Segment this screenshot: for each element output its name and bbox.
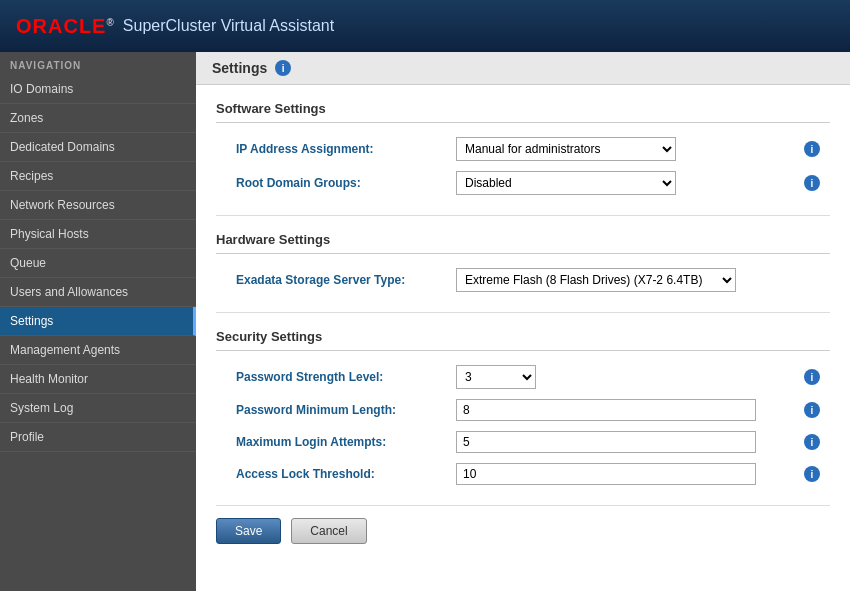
sidebar-item-health-monitor[interactable]: Health Monitor — [0, 365, 196, 394]
root-domain-groups-control: Disabled — [456, 171, 796, 195]
max-login-attempts-row: Maximum Login Attempts: i — [216, 431, 830, 453]
sidebar-item-profile[interactable]: Profile — [0, 423, 196, 452]
app-header: ORACLE® SuperCluster Virtual Assistant — [0, 0, 850, 52]
security-settings-section: Security Settings Password Strength Leve… — [216, 329, 830, 485]
access-lock-threshold-info-icon[interactable]: i — [804, 466, 820, 482]
sidebar-item-settings[interactable]: Settings — [0, 307, 196, 336]
ip-assignment-row: IP Address Assignment: Manual for admini… — [216, 137, 830, 161]
software-hardware-divider — [216, 215, 830, 216]
exadata-storage-row: Exadata Storage Server Type: Extreme Fla… — [216, 268, 830, 292]
root-domain-groups-label: Root Domain Groups: — [236, 176, 456, 190]
password-strength-select[interactable]: 3 — [456, 365, 536, 389]
sidebar-item-system-log[interactable]: System Log — [0, 394, 196, 423]
sidebar-item-queue[interactable]: Queue — [0, 249, 196, 278]
app-title: SuperCluster Virtual Assistant — [123, 17, 334, 35]
ip-assignment-label: IP Address Assignment: — [236, 142, 456, 156]
root-domain-groups-info-icon[interactable]: i — [804, 175, 820, 191]
max-login-attempts-label: Maximum Login Attempts: — [236, 435, 456, 449]
password-strength-label: Password Strength Level: — [236, 370, 456, 384]
sidebar-item-physical-hosts[interactable]: Physical Hosts — [0, 220, 196, 249]
sidebar: NAVIGATION IO Domains Zones Dedicated Do… — [0, 52, 196, 591]
form-button-row: Save Cancel — [216, 505, 830, 544]
save-button[interactable]: Save — [216, 518, 281, 544]
password-min-length-info-icon[interactable]: i — [804, 402, 820, 418]
ip-assignment-control: Manual for administrators — [456, 137, 796, 161]
security-settings-title: Security Settings — [216, 329, 830, 351]
sidebar-item-recipes[interactable]: Recipes — [0, 162, 196, 191]
settings-header-bar: Settings i — [196, 52, 850, 85]
oracle-logo: ORACLE® — [16, 15, 115, 38]
password-min-length-control — [456, 399, 796, 421]
ip-assignment-info-icon[interactable]: i — [804, 141, 820, 157]
password-strength-row: Password Strength Level: 3 i — [216, 365, 830, 389]
sidebar-item-network-resources[interactable]: Network Resources — [0, 191, 196, 220]
access-lock-threshold-label: Access Lock Threshold: — [236, 467, 456, 481]
access-lock-threshold-input[interactable] — [456, 463, 756, 485]
sidebar-item-zones[interactable]: Zones — [0, 104, 196, 133]
password-min-length-label: Password Minimum Length: — [236, 403, 456, 417]
max-login-attempts-info-icon[interactable]: i — [804, 434, 820, 450]
main-layout: NAVIGATION IO Domains Zones Dedicated Do… — [0, 52, 850, 591]
sidebar-item-dedicated-domains[interactable]: Dedicated Domains — [0, 133, 196, 162]
cancel-button[interactable]: Cancel — [291, 518, 366, 544]
sidebar-item-users-and-allowances[interactable]: Users and Allowances — [0, 278, 196, 307]
root-domain-groups-select[interactable]: Disabled — [456, 171, 676, 195]
exadata-storage-label: Exadata Storage Server Type: — [236, 273, 456, 287]
exadata-storage-control: Extreme Flash (8 Flash Drives) (X7-2 6.4… — [456, 268, 796, 292]
max-login-attempts-control — [456, 431, 796, 453]
password-strength-info-icon[interactable]: i — [804, 369, 820, 385]
software-settings-title: Software Settings — [216, 101, 830, 123]
password-min-length-input[interactable] — [456, 399, 756, 421]
oracle-wordmark: ORACLE — [16, 15, 106, 37]
password-min-length-row: Password Minimum Length: i — [216, 399, 830, 421]
hardware-settings-title: Hardware Settings — [216, 232, 830, 254]
hardware-settings-section: Hardware Settings Exadata Storage Server… — [216, 232, 830, 292]
content-body: Software Settings IP Address Assignment:… — [196, 85, 850, 560]
ip-assignment-select[interactable]: Manual for administrators — [456, 137, 676, 161]
exadata-storage-select[interactable]: Extreme Flash (8 Flash Drives) (X7-2 6.4… — [456, 268, 736, 292]
access-lock-threshold-control — [456, 463, 796, 485]
page-title: Settings — [212, 60, 267, 76]
sidebar-item-management-agents[interactable]: Management Agents — [0, 336, 196, 365]
main-content: Settings i Software Settings IP Address … — [196, 52, 850, 591]
max-login-attempts-input[interactable] — [456, 431, 756, 453]
access-lock-threshold-row: Access Lock Threshold: i — [216, 463, 830, 485]
sidebar-item-io-domains[interactable]: IO Domains — [0, 75, 196, 104]
hardware-security-divider — [216, 312, 830, 313]
nav-label: NAVIGATION — [0, 52, 196, 75]
registered-symbol: ® — [106, 17, 114, 28]
settings-info-icon[interactable]: i — [275, 60, 291, 76]
password-strength-control: 3 — [456, 365, 796, 389]
root-domain-groups-row: Root Domain Groups: Disabled i — [216, 171, 830, 195]
software-settings-section: Software Settings IP Address Assignment:… — [216, 101, 830, 195]
